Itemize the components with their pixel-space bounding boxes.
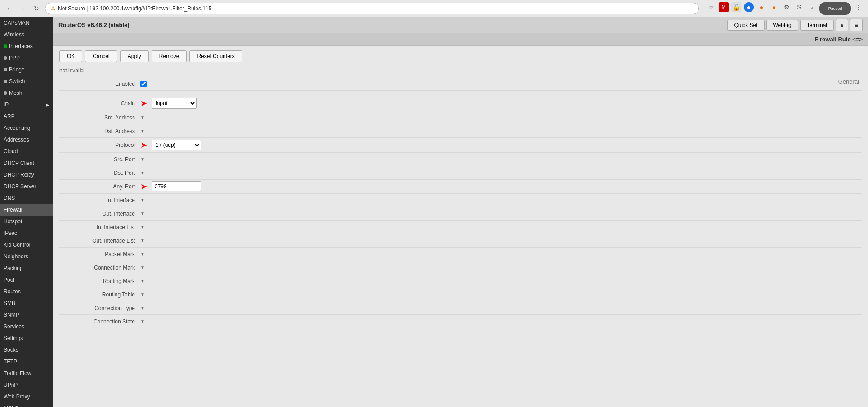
any-port-arrow-annotation: ➤ <box>140 181 147 191</box>
sidebar-item-mesh[interactable]: Mesh <box>0 87 53 99</box>
ok-button[interactable]: OK <box>59 50 82 62</box>
connection-mark-row: Connection Mark ▼ <box>59 261 862 274</box>
reset-counters-button[interactable]: Reset Counters <box>189 50 242 62</box>
protocol-arrow-annotation: ➤ <box>140 140 147 150</box>
enabled-row: Enabled <box>59 77 862 91</box>
sidebar-item-upnp[interactable]: UPnP <box>0 379 53 391</box>
sidebar-item-kid-control[interactable]: Kid Control <box>0 239 53 251</box>
sidebar-item-services[interactable]: Services <box>0 321 53 332</box>
webfig-button[interactable]: WebFig <box>766 20 798 31</box>
sidebar-item-web-proxy[interactable]: Web Proxy <box>0 391 53 403</box>
sidebar-item-ipsec[interactable]: IPsec <box>0 227 53 239</box>
in-interface-dropdown[interactable]: ▼ <box>140 198 145 203</box>
sidebar-item-label: Routes <box>4 288 21 295</box>
sidebar-item-ip[interactable]: IP▶ <box>0 99 53 111</box>
icon3[interactable]: ● <box>744 2 754 12</box>
icon8[interactable]: ▫ <box>807 2 817 12</box>
connection-mark-dropdown[interactable]: ▼ <box>140 265 145 270</box>
chain-select[interactable]: input <box>152 98 197 109</box>
sidebar-item-traffic-flow[interactable]: Traffic Flow <box>0 367 53 379</box>
out-interface-dropdown[interactable]: ▼ <box>140 211 145 216</box>
packet-mark-dropdown[interactable]: ▼ <box>140 252 145 257</box>
sidebar-item-pool[interactable]: Pool <box>0 274 53 286</box>
cancel-button[interactable]: Cancel <box>85 50 117 62</box>
in-interface-list-row: In. Interface List ▼ <box>59 221 862 234</box>
out-interface-list-dropdown[interactable]: ▼ <box>140 238 145 243</box>
any-port-label: Any. Port <box>59 183 140 190</box>
in-interface-list-dropdown[interactable]: ▼ <box>140 225 145 230</box>
sidebar-item-capsman[interactable]: CAPsMAN <box>0 17 53 29</box>
sidebar-item-accounting[interactable]: Accounting <box>0 122 53 134</box>
sidebar-item-ppp[interactable]: PPP <box>0 52 53 64</box>
src-port-dropdown[interactable]: ▼ <box>140 157 145 162</box>
dst-port-dropdown[interactable]: ▼ <box>140 170 145 175</box>
extra-icon1[interactable]: ● <box>836 19 848 31</box>
apply-button[interactable]: Apply <box>120 50 149 62</box>
src-address-control: ▼ <box>140 115 145 120</box>
routing-table-dropdown[interactable]: ▼ <box>140 292 145 297</box>
sidebar-item-label: UPnP <box>4 382 18 388</box>
protocol-select[interactable]: 17 (udp) <box>152 140 201 150</box>
any-port-input[interactable] <box>152 181 201 191</box>
sidebar-item-routes[interactable]: Routes <box>0 286 53 297</box>
sidebar-item-wireless[interactable]: Wireless <box>0 29 53 40</box>
menu-button[interactable]: ⋮ <box>854 2 864 12</box>
back-button[interactable]: ← <box>4 4 14 13</box>
icon2[interactable]: 🔒 <box>731 2 741 12</box>
extra-icon2[interactable]: ≡ <box>850 19 863 31</box>
forward-button[interactable]: → <box>18 4 28 13</box>
sidebar-item-addresses[interactable]: Addresses <box>0 134 53 146</box>
sidebar-item-mpls[interactable]: MPLS▶ <box>0 403 53 407</box>
remove-button[interactable]: Remove <box>152 50 187 62</box>
packet-mark-control: ▼ <box>140 252 145 257</box>
sidebar-item-dhcp-client[interactable]: DHCP Client <box>0 157 53 169</box>
sidebar-item-arp[interactable]: ARP <box>0 111 53 122</box>
protocol-control: ➤ 17 (udp) <box>140 140 201 150</box>
chain-control: ➤ input <box>140 98 197 109</box>
sidebar-item-cloud[interactable]: Cloud <box>0 146 53 157</box>
icon7[interactable]: S <box>794 2 804 12</box>
dst-address-dropdown[interactable]: ▼ <box>140 128 145 133</box>
reload-button[interactable]: ↻ <box>31 4 41 13</box>
dst-port-row: Dst. Port ▼ <box>59 166 862 180</box>
connection-type-dropdown[interactable]: ▼ <box>140 305 145 310</box>
star-button[interactable]: ☆ <box>706 2 716 12</box>
sidebar-item-interfaces[interactable]: Interfaces <box>0 40 53 52</box>
sidebar-item-dns[interactable]: DNS <box>0 192 53 204</box>
enabled-checkbox[interactable] <box>140 81 147 87</box>
sidebar-item-settings[interactable]: Settings <box>0 332 53 344</box>
app-title: RouterOS v6.46.2 (stable) <box>58 22 130 28</box>
routing-mark-dropdown[interactable]: ▼ <box>140 279 145 283</box>
src-address-dropdown[interactable]: ▼ <box>140 115 145 120</box>
sidebar-item-firewall[interactable]: Firewall <box>0 204 53 216</box>
terminal-button[interactable]: Terminal <box>800 20 834 31</box>
out-interface-list-control: ▼ <box>140 238 145 243</box>
sidebar-item-snmp[interactable]: SNMP <box>0 309 53 321</box>
sidebar-item-switch[interactable]: Switch <box>0 75 53 87</box>
sidebar-item-bridge[interactable]: Bridge <box>0 64 53 75</box>
sidebar-item-label: Traffic Flow <box>4 370 31 376</box>
sidebar-item-hotspot[interactable]: Hotspot <box>0 216 53 227</box>
sidebar-item-socks[interactable]: Socks <box>0 344 53 356</box>
icon4[interactable]: ● <box>756 2 766 12</box>
sidebar-item-neighbors[interactable]: Neighbors <box>0 251 53 262</box>
url-bar[interactable]: ⚠ Not Secure | 192.100.200.1/webfig/#IP:… <box>45 3 699 14</box>
routing-mark-label: Routing Mark <box>59 278 140 284</box>
sidebar-item-label: Bridge <box>9 66 25 73</box>
quick-set-button[interactable]: Quick Set <box>727 20 764 31</box>
connection-type-control: ▼ <box>140 305 145 310</box>
sidebar-item-dhcp-relay[interactable]: DHCP Relay <box>0 169 53 181</box>
icon6[interactable]: ⚙ <box>782 2 792 12</box>
profile-button[interactable]: Paused <box>819 2 851 15</box>
connection-state-dropdown[interactable]: ▼ <box>140 319 145 324</box>
icon5[interactable]: ● <box>769 2 779 12</box>
sidebar-item-smb[interactable]: SMB <box>0 297 53 309</box>
connection-state-label: Connection State <box>59 319 140 325</box>
sidebar-item-tftp[interactable]: TFTP <box>0 356 53 367</box>
sidebar-item-packing[interactable]: Packing <box>0 262 53 274</box>
extensions-icon[interactable]: M <box>719 2 729 12</box>
chain-row: Chain ➤ input <box>59 96 862 111</box>
src-port-row: Src. Port ▼ <box>59 153 862 166</box>
sidebar-item-dhcp-server[interactable]: DHCP Server <box>0 181 53 192</box>
routing-mark-control: ▼ <box>140 279 145 283</box>
